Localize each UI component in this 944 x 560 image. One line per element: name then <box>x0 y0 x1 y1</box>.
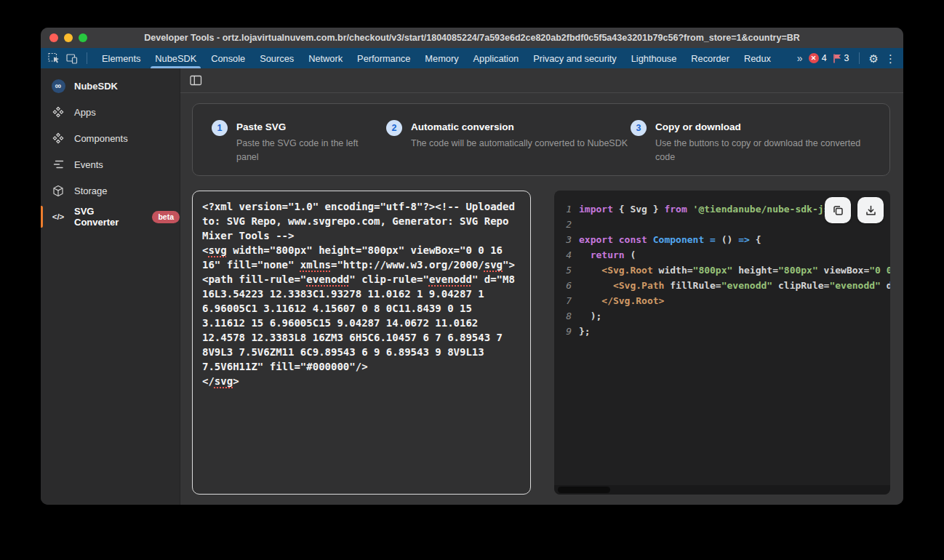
issues-count: 3 <box>844 53 849 63</box>
sidebar-item-nubesdk[interactable]: ∞ NubeSDK <box>41 73 180 99</box>
sidebar-item-components[interactable]: Components <box>41 125 180 151</box>
kebab-menu-icon[interactable]: ⋮ <box>885 53 896 64</box>
devtools-tab-bar: Elements NubeSDK Console Sources Network… <box>41 48 903 68</box>
misspelled-word: xmlns <box>300 259 331 271</box>
toggle-sidebar-icon[interactable] <box>190 75 202 86</box>
code-line: 4 return ( <box>561 247 890 263</box>
step-number-badge: 1 <box>212 120 228 136</box>
copy-code-button[interactable] <box>825 197 851 223</box>
tab-elements[interactable]: Elements <box>95 48 148 68</box>
device-toolbar-icon[interactable] <box>66 53 78 64</box>
code-line: 5 <Svg.Root width="800px" height="800px"… <box>561 263 890 278</box>
code-line: 9}; <box>561 324 890 339</box>
window-controls <box>49 33 87 42</box>
steps-card: 1 Paste SVG Paste the SVG code in the le… <box>192 103 890 176</box>
line-number: 6 <box>561 278 572 293</box>
step-description: Use the buttons to copy or download the … <box>655 137 875 164</box>
code-line: 6 <Svg.Path fillRule="evenodd" clipRule=… <box>561 278 890 293</box>
step-automatic-conversion: 2 Automatic conversion The code will be … <box>386 119 631 175</box>
sidebar-item-label: Events <box>74 159 103 170</box>
sidebar-item-svg-converter[interactable]: </> SVG Converter beta <box>41 204 180 230</box>
close-window-button[interactable] <box>49 33 58 42</box>
svg-input-editor[interactable]: <?xml version="1.0" encoding="utf-8"?><!… <box>192 191 531 495</box>
tab-application[interactable]: Application <box>466 48 527 68</box>
line-number: 3 <box>561 232 572 247</box>
download-code-button[interactable] <box>857 197 884 223</box>
toolbar-divider <box>87 52 87 64</box>
misspelled-word: svg <box>215 375 233 387</box>
line-number: 2 <box>561 217 572 232</box>
minimize-window-button[interactable] <box>64 33 73 42</box>
misspelled-word: evenodd <box>429 273 472 285</box>
zoom-window-button[interactable] <box>79 33 87 42</box>
error-count: 4 <box>822 53 827 63</box>
error-icon: ✕ <box>809 53 819 63</box>
sidebar-item-label: Components <box>74 133 128 144</box>
sidebar-item-label: SVG Converter <box>74 206 137 228</box>
beta-badge: beta <box>152 211 180 223</box>
components-icon <box>51 132 65 144</box>
step-copy-or-download: 3 Copy or download Use the buttons to co… <box>631 119 875 175</box>
error-badge[interactable]: ✕ 4 <box>809 53 827 63</box>
download-icon <box>865 204 877 217</box>
sidebar-item-events[interactable]: Events <box>41 151 180 177</box>
misspelled-word: evenodd <box>306 273 349 285</box>
line-number: 5 <box>561 263 572 278</box>
tab-privacy-and-security[interactable]: Privacy and security <box>526 48 624 68</box>
sidebar-item-label: NubeSDK <box>74 81 118 92</box>
sidebar-item-label: Apps <box>74 107 96 118</box>
sidebar-item-label: Storage <box>74 185 108 196</box>
horizontal-scrollbar[interactable] <box>554 485 890 495</box>
sidebar-item-storage[interactable]: Storage <box>41 177 180 204</box>
code-brackets-icon: </> <box>52 212 65 221</box>
line-number: 8 <box>561 308 572 324</box>
step-description: Paste the SVG code in the left panel <box>236 137 382 164</box>
svg-input-text: <?xml version="1.0" encoding="utf-8"?><!… <box>202 199 521 388</box>
tab-sources[interactable]: Sources <box>252 48 301 68</box>
more-tabs-icon[interactable]: » <box>797 52 802 64</box>
tab-memory[interactable]: Memory <box>417 48 465 68</box>
window-title: Developer Tools - ortz.lojavirtualnuvem.… <box>41 33 903 43</box>
devtools-window: Developer Tools - ortz.lojavirtualnuvem.… <box>41 28 903 505</box>
svg-converter-panel: 1 Paste SVG Paste the SVG code in the le… <box>180 68 903 505</box>
tab-console[interactable]: Console <box>204 48 252 68</box>
converted-code-panel: 1import { Svg } from '@tiendanube/nube-s… <box>554 191 890 495</box>
issues-flag-icon <box>833 54 841 63</box>
events-icon <box>51 160 65 169</box>
step-number-badge: 3 <box>631 120 647 136</box>
tab-redux[interactable]: Redux <box>737 48 778 68</box>
step-number-badge: 2 <box>386 120 402 136</box>
tab-performance[interactable]: Performance <box>350 48 417 68</box>
toolbar-divider <box>859 52 860 64</box>
line-number: 1 <box>561 201 572 217</box>
nubesdk-sidebar: ∞ NubeSDK Apps C <box>41 68 180 505</box>
settings-gear-icon[interactable]: ⚙ <box>869 53 879 64</box>
horizontal-scrollbar-thumb[interactable] <box>558 487 610 493</box>
step-title: Paste SVG <box>236 121 382 132</box>
tab-nubesdk[interactable]: NubeSDK <box>148 48 204 68</box>
tab-recorder[interactable]: Recorder <box>684 48 737 68</box>
code-line: 8 ); <box>561 308 890 324</box>
line-number: 9 <box>561 324 572 339</box>
misspelled-word: svg <box>484 259 503 271</box>
step-paste-svg: 1 Paste SVG Paste the SVG code in the le… <box>212 119 386 175</box>
line-number: 7 <box>561 293 572 308</box>
tab-lighthouse[interactable]: Lighthouse <box>624 48 684 68</box>
line-number: 4 <box>561 247 572 263</box>
misspelled-word: svg <box>208 244 226 256</box>
step-title: Automatic conversion <box>411 121 628 132</box>
step-description: The code will be automatically converted… <box>411 137 628 151</box>
copy-icon <box>832 204 844 217</box>
step-title: Copy or download <box>655 121 875 132</box>
title-bar: Developer Tools - ortz.lojavirtualnuvem.… <box>41 28 903 48</box>
issues-badge[interactable]: 3 <box>833 53 849 63</box>
apps-icon <box>51 106 65 118</box>
code-line: 3export const Component = () => { <box>561 232 890 247</box>
storage-icon <box>51 185 65 197</box>
panel-toolbar <box>180 68 903 93</box>
code-line: 7 </Svg.Root> <box>561 293 890 308</box>
nubesdk-logo-icon: ∞ <box>52 79 65 93</box>
tab-network[interactable]: Network <box>301 48 350 68</box>
sidebar-item-apps[interactable]: Apps <box>41 99 180 125</box>
inspect-element-icon[interactable] <box>48 52 60 64</box>
